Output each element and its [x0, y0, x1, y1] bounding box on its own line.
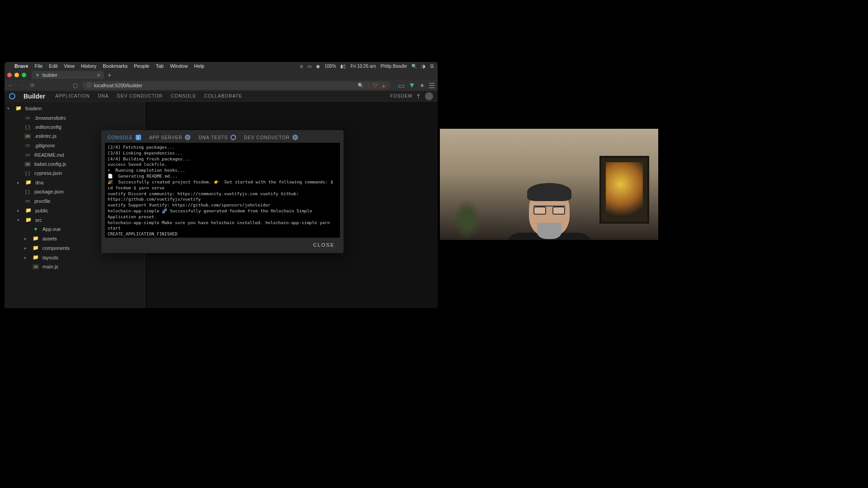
tree-item-label: .browserslistrc: [34, 115, 66, 121]
user-avatar[interactable]: [425, 92, 433, 100]
brave-shield-icon[interactable]: 🛡: [373, 83, 377, 88]
site-info-icon[interactable]: ⓘ: [87, 82, 91, 89]
nav-console[interactable]: CONSOLE: [171, 94, 196, 99]
console-line: CREATE_APPLICATION_FINISHED: [108, 231, 337, 237]
tree-root-folder[interactable]: ▾ 📁 fosdem: [5, 103, 144, 113]
extension-icons: ▭ ▼ ✦ ☰: [398, 81, 435, 90]
chevron-icon: ▸: [24, 236, 29, 241]
chevron-icon: ▸: [24, 255, 29, 260]
extensions-puzzle-icon[interactable]: ✦: [419, 81, 425, 90]
tree-file[interactable]: JSmain.js: [5, 262, 144, 271]
tree-file[interactable]: ▭.browserslistrc: [5, 113, 144, 122]
console-output[interactable]: [2/4] Fetching packages...[3/4] Linking …: [105, 143, 340, 238]
console-line: holochain-app-simple 🧬 Successfully gene…: [108, 208, 337, 220]
folder-icon: 📁: [25, 179, 32, 185]
nav-forward-button[interactable]: →: [18, 82, 25, 89]
vue-file-icon: ▼: [33, 226, 39, 232]
app-brand: Builder: [24, 93, 45, 100]
window-controls: [7, 73, 26, 77]
menubar-hamburger-icon[interactable]: ☰: [430, 64, 434, 69]
airplay-icon[interactable]: ▭: [307, 64, 311, 69]
menu-file[interactable]: File: [35, 63, 43, 69]
branch-label[interactable]: FOSDEM: [390, 94, 412, 99]
console-line: vuetify Support Vuetify: https://github.…: [108, 202, 337, 208]
tree-item-label: public: [35, 208, 48, 213]
menu-people[interactable]: People: [134, 63, 149, 69]
tree-item-label: README.md: [34, 152, 64, 158]
spotlight-icon[interactable]: 🔍: [411, 64, 417, 69]
folder-icon: 📁: [33, 254, 39, 260]
folder-icon: 📁: [33, 235, 39, 241]
console-line: 📄 Generating README.md...: [108, 174, 337, 179]
folder-extension-icon[interactable]: ▭: [398, 81, 405, 90]
webcam-overlay: [440, 129, 658, 240]
chevron-icon: ▾: [17, 218, 22, 222]
dialog-tab-app-server[interactable]: APP SERVER: [149, 135, 191, 140]
menu-history[interactable]: History: [81, 63, 96, 69]
nav-collaborate[interactable]: COLLABORATE: [204, 94, 242, 99]
zoom-icon[interactable]: 🔍: [358, 83, 364, 89]
status-circle-icon: [231, 135, 236, 140]
new-tab-button[interactable]: +: [108, 71, 111, 79]
nav-reload-button[interactable]: ⟳: [29, 82, 36, 89]
divider: |: [368, 83, 369, 88]
menubar-app-name[interactable]: Brave: [14, 63, 28, 69]
console-line: [4/4] Building fresh packages...: [108, 156, 337, 162]
control-center-icon[interactable]: ◑: [421, 64, 425, 69]
console-line: 🎉 Successfully created project fosdem. 👉…: [108, 179, 337, 191]
warning-icon[interactable]: ▲: [381, 83, 386, 88]
menu-bookmarks[interactable]: Bookmarks: [103, 63, 127, 69]
vue-devtools-icon[interactable]: ▼: [408, 81, 415, 89]
folder-icon: 📁: [25, 207, 32, 213]
browser-tab-active[interactable]: ▼ builder ✕: [32, 71, 104, 79]
nav-back-button[interactable]: ←: [7, 82, 14, 89]
nav-dna[interactable]: DNA: [98, 94, 109, 99]
plant-decor: [453, 199, 481, 240]
tree-item-label: babel.config.js: [34, 161, 66, 167]
status-circle-icon: [292, 135, 298, 140]
bookmark-button[interactable]: ▢: [71, 82, 79, 89]
menu-help[interactable]: Help: [194, 63, 204, 69]
menubar-time[interactable]: Fri 10:26 am: [350, 64, 376, 69]
url-text: localhost:5200/builder: [94, 83, 142, 88]
browser-window: Brave File Edit View History Bookmarks P…: [5, 62, 438, 308]
tree-item-label: .editorconfig: [34, 124, 61, 130]
window-minimize-button[interactable]: [14, 73, 19, 77]
console-line: [2/4] Fetching packages...: [108, 145, 337, 150]
console-line: vuetify Discord community: https://commu…: [108, 191, 337, 197]
json-file-icon: { }: [24, 170, 31, 176]
folder-icon: 📁: [33, 245, 39, 251]
dialog-tab-dev-conductor[interactable]: DEV CONDUCTOR: [244, 135, 298, 140]
battery-icon: ▮▯: [340, 64, 346, 69]
nav-application[interactable]: APPLICATION: [55, 94, 90, 99]
tree-item-label: .gitignore: [34, 143, 55, 148]
dialog-tab-console[interactable]: CONSOLE1: [108, 135, 141, 140]
file-icon: ▭: [24, 115, 31, 121]
chevron-icon: ▸: [24, 246, 29, 250]
tab-close-icon[interactable]: ✕: [97, 73, 100, 78]
tree-folder[interactable]: ▸📁layouts: [5, 253, 144, 262]
menu-window[interactable]: Window: [170, 63, 188, 69]
window-zoom-button[interactable]: [22, 73, 26, 77]
nav-dev-conductor[interactable]: DEV CONDUCTOR: [117, 94, 163, 99]
close-button[interactable]: CLOSE: [313, 242, 335, 248]
browser-tab-strip: ▼ builder ✕ +: [5, 70, 438, 80]
git-branch-icon[interactable]: ᛘ: [417, 94, 420, 99]
window-close-button[interactable]: [7, 73, 12, 77]
browser-menu-icon[interactable]: ☰: [429, 81, 435, 90]
tree-item-label: src: [35, 217, 42, 223]
menu-view[interactable]: View: [64, 63, 75, 69]
menubar-user[interactable]: Philip Beadle: [381, 64, 407, 69]
dialog-tab-dna-tests[interactable]: DNA TESTS: [198, 135, 236, 140]
chevron-icon: ▸: [17, 180, 22, 185]
folder-icon: 📁: [25, 217, 32, 223]
address-bar[interactable]: ⓘ localhost:5200/builder 🔍 | 🛡 ▲: [82, 81, 391, 89]
markdown-file-icon: ▭: [24, 152, 31, 158]
wifi-icon[interactable]: ◉: [316, 64, 320, 69]
menu-tab[interactable]: Tab: [156, 63, 164, 69]
tree-item-label: .eslintrc.js: [34, 133, 57, 139]
json-file-icon: { }: [24, 189, 31, 194]
presenter: [506, 187, 592, 240]
menu-edit[interactable]: Edit: [49, 63, 57, 69]
screenshare-icon[interactable]: ⎚: [300, 64, 303, 69]
